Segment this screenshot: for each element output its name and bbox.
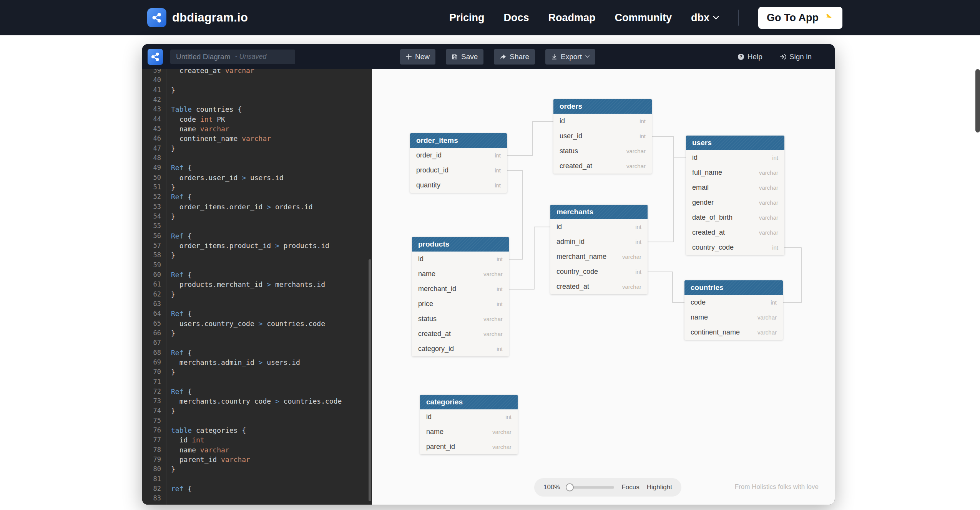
diagram-name-input[interactable]: Untitled Diagram - Unsaved xyxy=(170,50,295,64)
code-line[interactable]: 53 order_items.order_id > orders.id xyxy=(142,202,368,212)
field-row-products-id[interactable]: idint xyxy=(412,252,509,267)
code-line[interactable]: 68Ref { xyxy=(142,348,368,358)
code-line[interactable]: 45 name varchar xyxy=(142,124,368,134)
field-row-order_items-order_id[interactable]: order_idint xyxy=(410,148,507,163)
go-to-app-button[interactable]: Go To App xyxy=(758,7,842,29)
code-line[interactable]: 55 xyxy=(142,221,368,231)
code-line[interactable]: 72Ref { xyxy=(142,387,368,396)
ref-products.merchant_id-to-merchants.id[interactable] xyxy=(509,227,550,289)
code-line[interactable]: 73 merchants.country_code > countries.co… xyxy=(142,396,368,406)
brand[interactable]: dbdiagram.io xyxy=(147,0,248,35)
code-line[interactable]: 65 users.country_code > countries.code xyxy=(142,319,368,328)
field-row-merchants-country_code[interactable]: country_codeint xyxy=(550,264,648,279)
field-row-users-email[interactable]: emailvarchar xyxy=(686,180,784,195)
code-line[interactable]: 75 xyxy=(142,416,368,426)
ref-users.country_code-to-countries.code[interactable] xyxy=(783,248,801,303)
nav-link-docs[interactable]: Docs xyxy=(503,12,529,24)
code-line[interactable]: 74} xyxy=(142,406,368,416)
code-line[interactable]: 58} xyxy=(142,250,368,260)
code-line[interactable]: 61 products.merchant_id > merchants.id xyxy=(142,280,368,289)
field-row-products-price[interactable]: priceint xyxy=(412,296,509,311)
code-line[interactable]: 76table categories { xyxy=(142,426,368,435)
field-row-users-date_of_birth[interactable]: date_of_birthvarchar xyxy=(686,210,784,225)
nav-link-roadmap[interactable]: Roadmap xyxy=(548,12,595,24)
field-row-countries-continent_name[interactable]: continent_namevarchar xyxy=(684,325,783,340)
field-row-categories-name[interactable]: namevarchar xyxy=(420,424,518,439)
field-row-orders-created_at[interactable]: created_atvarchar xyxy=(553,159,652,174)
code-line[interactable]: 80} xyxy=(142,464,368,474)
table-header-categories[interactable]: categories xyxy=(420,395,518,409)
code-line[interactable]: 62} xyxy=(142,290,368,299)
code-line[interactable]: 40 xyxy=(142,75,368,85)
table-header-products[interactable]: products xyxy=(412,237,509,252)
nav-dropdown-dbx[interactable]: dbx xyxy=(691,12,719,24)
field-row-products-category_id[interactable]: category_idint xyxy=(412,341,509,356)
field-row-order_items-quantity[interactable]: quantityint xyxy=(410,178,507,193)
field-row-users-id[interactable]: idint xyxy=(686,150,784,165)
nav-link-community[interactable]: Community xyxy=(615,12,672,24)
field-row-merchants-merchant_name[interactable]: merchant_namevarchar xyxy=(550,249,648,264)
zoom-slider[interactable] xyxy=(567,486,614,488)
code-line[interactable]: 63 xyxy=(142,299,368,309)
code-line[interactable]: 67 xyxy=(142,338,368,348)
code-editor[interactable]: 39 created_at varchar4041}4243Table coun… xyxy=(142,69,372,505)
code-line[interactable]: 69 merchants.admin_id > users.id xyxy=(142,358,368,367)
export-button[interactable]: Export xyxy=(545,49,595,65)
table-header-users[interactable]: users xyxy=(686,136,784,150)
code-line[interactable]: 47} xyxy=(142,144,368,153)
field-row-products-merchant_id[interactable]: merchant_idint xyxy=(412,281,509,296)
code-line[interactable]: 71 xyxy=(142,377,368,387)
highlight-toggle[interactable]: Highlight xyxy=(647,484,672,491)
table-header-merchants[interactable]: merchants xyxy=(550,205,648,219)
field-row-users-created_at[interactable]: created_atvarchar xyxy=(686,225,784,240)
table-countries[interactable]: countriescodeintnamevarcharcontinent_nam… xyxy=(684,280,783,340)
nav-link-pricing[interactable]: Pricing xyxy=(449,12,485,24)
page-scrollbar-thumb[interactable] xyxy=(975,69,980,132)
code-line[interactable]: 48 xyxy=(142,153,368,163)
table-header-order_items[interactable]: order_items xyxy=(410,133,507,148)
field-row-orders-id[interactable]: idint xyxy=(553,114,652,129)
zoom-slider-knob[interactable] xyxy=(566,484,574,492)
code-line[interactable]: 54} xyxy=(142,212,368,221)
help-button[interactable]: ? Help xyxy=(737,53,762,61)
field-row-orders-status[interactable]: statusvarchar xyxy=(553,144,652,159)
ref-order_items.product_id-to-products.id[interactable] xyxy=(507,171,523,259)
table-order_items[interactable]: order_itemsorder_idintproduct_idintquant… xyxy=(410,133,507,193)
code-line[interactable]: 77 id int xyxy=(142,435,368,445)
diagram-canvas[interactable]: 100% Focus Highlight From Holistics folk… xyxy=(372,69,835,505)
code-line[interactable]: 50 orders.user_id > users.id xyxy=(142,173,368,182)
field-row-countries-name[interactable]: namevarchar xyxy=(684,310,783,325)
table-orders[interactable]: ordersidintuser_idintstatusvarcharcreate… xyxy=(553,99,652,174)
code-line[interactable]: 79 parent_id varchar xyxy=(142,455,368,464)
table-merchants[interactable]: merchantsidintadmin_idintmerchant_nameva… xyxy=(550,205,648,294)
field-row-countries-code[interactable]: codeint xyxy=(684,295,783,310)
ref-merchants.country_code-to-countries.code[interactable] xyxy=(648,272,684,303)
code-line[interactable]: 44 code int PK xyxy=(142,114,368,124)
code-line[interactable]: 64Ref { xyxy=(142,309,368,318)
field-row-merchants-admin_id[interactable]: admin_idint xyxy=(550,234,648,249)
code-line[interactable]: 59 xyxy=(142,260,368,270)
field-row-users-full_name[interactable]: full_namevarchar xyxy=(686,165,784,180)
code-line[interactable]: 83 xyxy=(142,493,368,503)
ref-merchants.admin_id-to-users.id[interactable] xyxy=(648,158,686,242)
field-row-order_items-product_id[interactable]: product_idint xyxy=(410,163,507,178)
field-row-categories-id[interactable]: idint xyxy=(420,409,518,424)
table-users[interactable]: usersidintfull_namevarcharemailvarcharge… xyxy=(686,136,784,255)
code-line[interactable]: 41} xyxy=(142,85,368,95)
code-line[interactable]: 82ref { xyxy=(142,484,368,493)
code-line[interactable]: 49Ref { xyxy=(142,163,368,172)
code-line[interactable]: 56Ref { xyxy=(142,231,368,241)
table-header-countries[interactable]: countries xyxy=(684,280,783,295)
code-line[interactable]: 46 continent_name varchar xyxy=(142,134,368,143)
field-row-products-status[interactable]: statusvarchar xyxy=(412,311,509,326)
code-line[interactable]: 81 xyxy=(142,474,368,484)
ref-order_items.order_id-to-orders.id[interactable] xyxy=(507,121,553,156)
table-products[interactable]: productsidintnamevarcharmerchant_idintpr… xyxy=(412,237,509,356)
code-line[interactable]: 42 xyxy=(142,95,368,104)
field-row-users-gender[interactable]: gendervarchar xyxy=(686,195,784,210)
field-row-categories-parent_id[interactable]: parent_idvarchar xyxy=(420,439,518,454)
code-line[interactable]: 57 order_items.product_id > products.id xyxy=(142,241,368,250)
app-logo-button[interactable] xyxy=(148,49,163,65)
field-row-products-created_at[interactable]: created_atvarchar xyxy=(412,326,509,341)
field-row-users-country_code[interactable]: country_codeint xyxy=(686,240,784,255)
